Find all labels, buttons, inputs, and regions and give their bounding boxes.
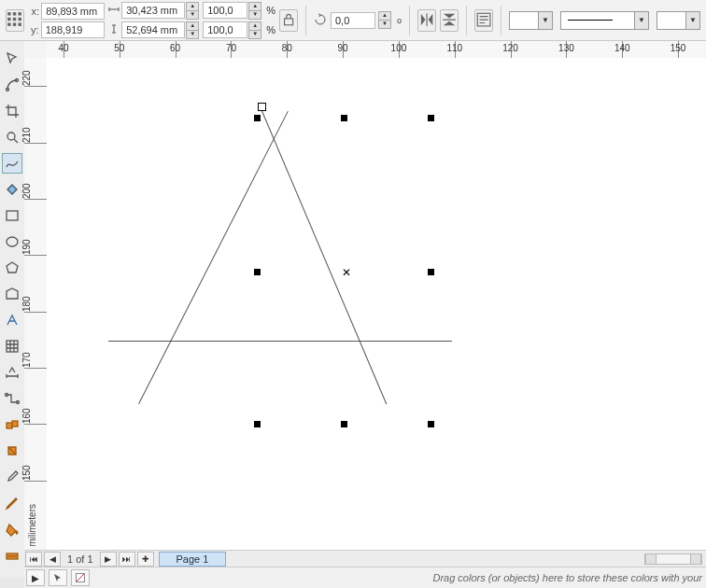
wrap-text-button[interactable] bbox=[474, 9, 493, 32]
line-style-dropdown[interactable]: ▼ bbox=[560, 11, 649, 30]
property-bar: x:89,893 mm y:188,919 mm 30,423 mm ▲▼ 52… bbox=[0, 0, 706, 41]
x-position-field[interactable]: 89,893 mm bbox=[41, 3, 105, 20]
svg-point-13 bbox=[7, 133, 15, 140]
page-next-button[interactable]: ▶ bbox=[100, 552, 117, 567]
width-spinner[interactable]: ▲▼ bbox=[186, 2, 199, 20]
ruler-origin-corner[interactable] bbox=[24, 41, 48, 59]
scale-y-field[interactable]: 100,0 bbox=[203, 21, 247, 38]
svg-rect-7 bbox=[13, 23, 16, 26]
artwork-hline[interactable] bbox=[108, 341, 452, 342]
svg-rect-19 bbox=[7, 423, 12, 428]
height-field[interactable]: 52,694 mm bbox=[121, 21, 185, 38]
vruler-tick-label: 220 bbox=[21, 70, 32, 86]
vruler-tick-label: 170 bbox=[21, 352, 32, 368]
polygon-tool[interactable] bbox=[2, 258, 22, 278]
rotation-spinner[interactable]: ▲▼ bbox=[378, 11, 391, 29]
selection-handle-tl[interactable] bbox=[254, 115, 261, 121]
hruler-tick-label: 70 bbox=[226, 43, 236, 53]
outline-tool[interactable] bbox=[2, 493, 22, 513]
selection-handle-bl[interactable] bbox=[254, 421, 261, 427]
connector-tool[interactable] bbox=[2, 388, 22, 409]
status-play-icon[interactable]: ▶ bbox=[26, 569, 45, 586]
eyedropper-tool[interactable] bbox=[2, 467, 22, 487]
rotation-unit: o bbox=[397, 16, 402, 25]
status-nofill-icon[interactable] bbox=[71, 569, 90, 586]
height-spinner[interactable]: ▲▼ bbox=[186, 21, 199, 39]
page-prev-button[interactable]: ◀ bbox=[44, 552, 61, 567]
dimension-tool[interactable] bbox=[2, 362, 22, 383]
blend-tool[interactable] bbox=[2, 414, 22, 435]
horizontal-scrollbar[interactable] bbox=[644, 553, 702, 565]
mirror-horizontal-button[interactable] bbox=[417, 9, 436, 32]
fill-tool[interactable] bbox=[2, 519, 22, 539]
hruler-tick-label: 40 bbox=[58, 43, 68, 53]
width-field[interactable]: 30,423 mm bbox=[121, 2, 185, 19]
line-style-preview bbox=[568, 20, 613, 21]
svg-rect-8 bbox=[18, 23, 21, 26]
vruler-units-label: milimeters bbox=[27, 504, 37, 547]
hruler-tick-label: 50 bbox=[114, 43, 124, 53]
ellipse-tool[interactable] bbox=[2, 231, 22, 252]
scale-x-spinner[interactable]: ▲▼ bbox=[248, 2, 261, 20]
selection-handle-br[interactable] bbox=[428, 421, 434, 427]
freehand-tool[interactable] bbox=[2, 153, 22, 174]
selection-center-marker[interactable]: ✕ bbox=[342, 266, 351, 279]
selection-handle-mr[interactable] bbox=[428, 269, 434, 275]
vruler-tick-label: 200 bbox=[21, 183, 32, 199]
hruler-tick-label: 150 bbox=[671, 43, 686, 53]
hruler-tick-label: 140 bbox=[614, 43, 630, 53]
rotation-icon bbox=[314, 13, 327, 28]
hruler-tick-label: 120 bbox=[502, 43, 518, 53]
svg-rect-2 bbox=[18, 13, 21, 16]
lock-ratio-button[interactable] bbox=[279, 9, 298, 32]
mirror-vertical-button[interactable] bbox=[440, 9, 459, 32]
artwork-diag-left[interactable] bbox=[138, 111, 289, 404]
shape-tool[interactable] bbox=[2, 75, 22, 95]
vruler-tick-label: 160 bbox=[21, 409, 32, 425]
svg-rect-16 bbox=[7, 341, 18, 352]
y-position-field[interactable]: 188,919 mm bbox=[41, 21, 106, 38]
status-cursor-icon[interactable] bbox=[49, 569, 67, 586]
crop-tool[interactable] bbox=[2, 101, 22, 121]
vertical-ruler[interactable]: milimeters 220210200190180170160150 bbox=[24, 58, 48, 551]
interactive-fill-tool[interactable] bbox=[2, 545, 22, 566]
hruler-tick-label: 60 bbox=[170, 43, 180, 53]
horizontal-ruler[interactable]: 405060708090100110120130140150 bbox=[47, 41, 706, 59]
selection-handle-tm[interactable] bbox=[341, 115, 347, 121]
selection-origin-handle[interactable] bbox=[258, 103, 266, 111]
svg-rect-4 bbox=[13, 18, 16, 21]
scale-x-field[interactable]: 100,0 bbox=[203, 2, 247, 19]
smart-fill-tool[interactable] bbox=[2, 179, 22, 200]
hruler-tick-label: 90 bbox=[338, 43, 348, 53]
line-start-dropdown[interactable]: ▼ bbox=[509, 11, 553, 30]
hruler-tick-label: 110 bbox=[446, 43, 462, 53]
vruler-tick-label: 190 bbox=[21, 240, 32, 256]
zoom-tool[interactable] bbox=[2, 127, 22, 147]
line-end-dropdown[interactable]: ▼ bbox=[657, 11, 700, 30]
scale-y-spinner[interactable]: ▲▼ bbox=[248, 21, 261, 39]
basic-shapes-tool[interactable] bbox=[2, 284, 22, 304]
page-tab[interactable]: Page 1 bbox=[159, 552, 227, 567]
svg-rect-1 bbox=[13, 13, 16, 16]
selection-handle-ml[interactable] bbox=[254, 269, 261, 275]
page-last-button[interactable]: ⏭ bbox=[119, 552, 135, 567]
svg-rect-20 bbox=[12, 421, 18, 427]
svg-rect-3 bbox=[7, 18, 10, 21]
drawing-canvas[interactable]: ✕ bbox=[47, 58, 706, 551]
page-add-button[interactable]: ✚ bbox=[137, 552, 154, 567]
artwork-diag-right[interactable] bbox=[259, 105, 387, 405]
selection-handle-tr[interactable] bbox=[428, 115, 434, 121]
hruler-tick-label: 100 bbox=[391, 43, 407, 53]
table-tool[interactable] bbox=[2, 336, 22, 357]
rectangle-tool[interactable] bbox=[2, 205, 22, 226]
page-first-button[interactable]: ⏮ bbox=[25, 552, 42, 567]
height-icon bbox=[108, 24, 120, 35]
pick-tool[interactable] bbox=[2, 49, 22, 69]
transparency-tool[interactable] bbox=[2, 441, 22, 461]
selection-handle-bm[interactable] bbox=[341, 421, 347, 427]
object-origin-grid-icon[interactable] bbox=[6, 9, 24, 32]
rotation-field[interactable]: 0,0 bbox=[331, 12, 375, 29]
status-hint-text: Drag colors (or objects) here to store t… bbox=[92, 572, 706, 583]
text-tool[interactable] bbox=[2, 310, 22, 330]
svg-rect-6 bbox=[7, 23, 10, 26]
